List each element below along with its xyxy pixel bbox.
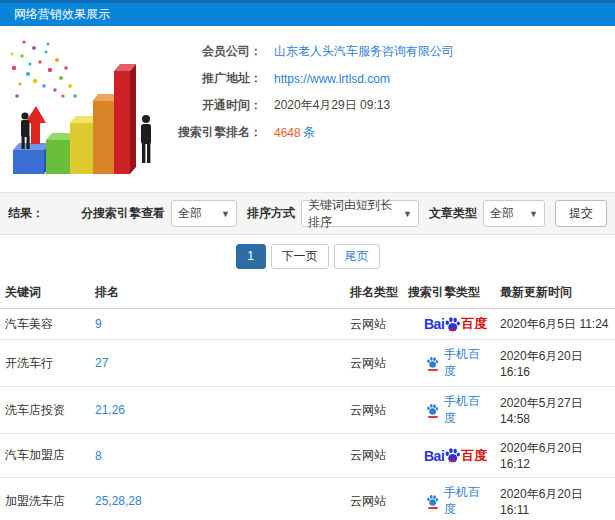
next-page-button[interactable]: 下一页 (271, 244, 329, 269)
paw-icon (426, 494, 439, 507)
promo-url-label: 推广地址： (162, 70, 262, 87)
mobile-baidu-underline (428, 507, 438, 509)
engine-filter-label: 分搜索引擎查看 (81, 205, 165, 222)
paw-icon (426, 356, 439, 369)
engine-cell: 手机百度 (403, 478, 495, 520)
rank-type-cell: 云网站 (345, 478, 403, 520)
chevron-down-icon: ▼ (403, 209, 412, 219)
promo-url-row: 推广地址： https://www.lrtlsd.com (162, 65, 615, 92)
engine-cell: 手机百度 (403, 340, 495, 387)
rank-type-cell: 云网站 (345, 340, 403, 387)
page-header-bar: 网络营销效果展示 (0, 0, 615, 26)
open-time-value: 2020年4月29日 09:13 (274, 97, 390, 114)
promo-url-link[interactable]: https://www.lrtlsd.com (274, 72, 390, 86)
engine-filter-select[interactable]: 全部 ▼ (171, 200, 237, 227)
header-keyword: 关键词 (0, 277, 90, 309)
header-engine-type: 搜索引擎类型 (403, 277, 495, 309)
article-type-value: 全部 (490, 205, 514, 222)
table-row: 汽车美容 9 云网站 Baidu百度 2020年6月5日 11:24 (0, 309, 615, 340)
member-company-link[interactable]: 山东老人头汽车服务咨询有限公司 (274, 43, 454, 60)
member-company-row: 会员公司： 山东老人头汽车服务咨询有限公司 (162, 38, 615, 65)
baidu-cn-text: 百度 (461, 315, 487, 333)
engine-cell: 手机百度 (403, 387, 495, 434)
page-1-button[interactable]: 1 (236, 244, 266, 269)
engine-rank-unit: 条 (303, 124, 315, 141)
rank-type-cell: 云网站 (345, 387, 403, 434)
mobile-baidu-paw-icon (426, 403, 439, 418)
submit-button[interactable]: 提交 (555, 200, 607, 227)
updated-cell: 2020年6月20日 16:12 (495, 434, 615, 478)
baidu-bai-text: Bai (424, 316, 444, 332)
updated-cell: 2020年6月20日 16:16 (495, 340, 615, 387)
bar-chart-clipart-image (0, 26, 162, 188)
marketing-clipart (0, 26, 162, 188)
engine-filter-value: 全部 (178, 205, 202, 222)
mobile-baidu-logo: 手机百度 (426, 346, 490, 380)
table-row: 加盟洗车店 25,28,28 云网站 手机百度 2020年6月20日 16:11 (0, 478, 615, 520)
rank-cell: 21,26 (90, 387, 345, 434)
updated-cell: 2020年6月5日 11:24 (495, 309, 615, 340)
engine-cell: Baidu百度 (403, 434, 495, 478)
keyword-table-body: 汽车美容 9 云网站 Baidu百度 2020年6月5日 11:24 开洗车行 … (0, 309, 615, 520)
keyword-cell: 加盟洗车店 (0, 478, 90, 520)
sort-filter-label: 排序方式 (247, 205, 295, 222)
keyword-cell: 开洗车行 (0, 340, 90, 387)
company-info-section: 会员公司： 山东老人头汽车服务咨询有限公司 推广地址： https://www.… (0, 26, 615, 192)
rank-cell: 27 (90, 340, 345, 387)
rank-cell: 8 (90, 434, 345, 478)
table-header-row: 关键词 排名 排名类型 搜索引擎类型 最新更新时间 (0, 277, 615, 309)
mobile-baidu-logo: 手机百度 (426, 484, 490, 518)
keyword-cell: 汽车美容 (0, 309, 90, 340)
table-row: 洗车店投资 21,26 云网站 手机百度 2020年5月27日 14:58 (0, 387, 615, 434)
header-updated: 最新更新时间 (495, 277, 615, 309)
baidu-paw-icon: du (444, 316, 461, 333)
baidu-du-text: du (449, 457, 456, 463)
chevron-down-icon: ▼ (221, 209, 230, 219)
engine-rank-row: 搜索引擎排名： 4648 条 (162, 119, 615, 146)
updated-cell: 2020年6月20日 16:11 (495, 478, 615, 520)
keyword-cell: 汽车加盟店 (0, 434, 90, 478)
mobile-baidu-text: 手机百度 (444, 346, 490, 380)
page-title: 网络营销效果展示 (14, 7, 110, 21)
table-row: 开洗车行 27 云网站 手机百度 2020年6月20日 16:16 (0, 340, 615, 387)
open-time-row: 开通时间： 2020年4月29日 09:13 (162, 92, 615, 119)
mobile-baidu-paw-icon (426, 356, 439, 371)
mobile-baidu-underline (428, 416, 438, 418)
engine-rank-label: 搜索引擎排名： (162, 124, 262, 141)
baidu-logo: Baidu百度 (424, 447, 487, 465)
updated-cell: 2020年5月27日 14:58 (495, 387, 615, 434)
article-type-label: 文章类型 (429, 205, 477, 222)
engine-cell: Baidu百度 (403, 309, 495, 340)
sort-filter-value: 关键词由短到长排序 (308, 197, 397, 231)
article-type-select[interactable]: 全部 ▼ (483, 200, 545, 227)
baidu-bai-text: Bai (424, 448, 444, 464)
header-rank-type: 排名类型 (345, 277, 403, 309)
last-page-button[interactable]: 尾页 (334, 244, 380, 269)
pagination: 1 下一页 尾页 (0, 235, 615, 277)
open-time-label: 开通时间： (162, 97, 262, 114)
member-company-label: 会员公司： (162, 43, 262, 60)
mobile-baidu-text: 手机百度 (444, 393, 490, 427)
mobile-baidu-underline (428, 369, 438, 371)
baidu-paw-icon: du (444, 447, 461, 464)
table-row: 汽车加盟店 8 云网站 Baidu百度 2020年6月20日 16:12 (0, 434, 615, 478)
header-rank: 排名 (90, 277, 345, 309)
mobile-baidu-paw-icon (426, 494, 439, 509)
paw-icon (426, 403, 439, 416)
company-info-fields: 会员公司： 山东老人头汽车服务咨询有限公司 推广地址： https://www.… (162, 26, 615, 192)
rank-type-cell: 云网站 (345, 434, 403, 478)
rank-type-cell: 云网站 (345, 309, 403, 340)
keyword-ranking-table: 关键词 排名 排名类型 搜索引擎类型 最新更新时间 汽车美容 9 云网站 Bai… (0, 277, 615, 520)
chevron-down-icon: ▼ (529, 209, 538, 219)
keyword-cell: 洗车店投资 (0, 387, 90, 434)
result-label: 结果： (8, 205, 44, 222)
rank-cell: 9 (90, 309, 345, 340)
sort-filter-select[interactable]: 关键词由短到长排序 ▼ (301, 200, 419, 227)
baidu-cn-text: 百度 (461, 447, 487, 465)
baidu-logo: Baidu百度 (424, 315, 487, 333)
rank-cell: 25,28,28 (90, 478, 345, 520)
mobile-baidu-text: 手机百度 (444, 484, 490, 518)
mobile-baidu-logo: 手机百度 (426, 393, 490, 427)
baidu-du-text: du (449, 326, 456, 332)
filter-bar: 结果： 分搜索引擎查看 全部 ▼ 排序方式 关键词由短到长排序 ▼ 文章类型 全… (0, 192, 615, 235)
